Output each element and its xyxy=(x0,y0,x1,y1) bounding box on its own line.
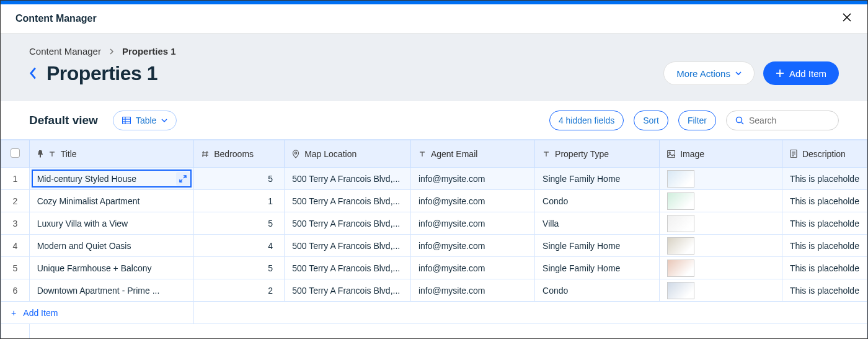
cell-map[interactable]: 500 Terry A Francois Blvd,... xyxy=(285,235,411,257)
search-box[interactable] xyxy=(726,111,839,130)
col-email-label: Agent Email xyxy=(431,149,477,159)
svg-point-22 xyxy=(669,151,670,153)
title-row: Properties 1 More Actions Add Item xyxy=(29,61,839,85)
col-bedrooms-label: Bedrooms xyxy=(214,149,254,159)
add-item-label: Add Item xyxy=(789,68,826,79)
cell-ptype[interactable]: Single Family Home xyxy=(535,168,660,190)
search-icon xyxy=(735,116,744,125)
page-subheader: Content Manager Properties 1 Properties … xyxy=(1,34,867,101)
close-icon[interactable] xyxy=(841,12,852,25)
cell-ptype[interactable]: Condo xyxy=(535,279,660,302)
hidden-fields-button[interactable]: 4 hidden fields xyxy=(549,111,624,130)
image-thumbnail xyxy=(667,215,694,232)
col-header-map[interactable]: Map Location xyxy=(285,140,411,168)
col-ptype-label: Property Type xyxy=(555,149,609,159)
cell-image[interactable] xyxy=(660,212,782,235)
cell-title[interactable]: Modern and Quiet Oasis xyxy=(29,235,194,257)
cell-image[interactable] xyxy=(660,235,782,257)
richtext-type-icon xyxy=(790,150,797,158)
cell-image[interactable] xyxy=(660,190,782,212)
cell-image[interactable] xyxy=(660,257,782,279)
select-all-header[interactable] xyxy=(1,140,30,168)
chevron-down-icon xyxy=(161,117,167,124)
cell-ptype[interactable]: Condo xyxy=(535,190,660,212)
view-mode-selector[interactable]: Table xyxy=(113,111,177,130)
cell-map[interactable]: 500 Terry A Francois Blvd,... xyxy=(285,190,411,212)
search-input[interactable] xyxy=(749,115,823,125)
col-desc-label: Description xyxy=(802,149,846,159)
cell-desc[interactable]: This is placeholde xyxy=(782,235,867,257)
cell-ptype[interactable]: Single Family Home xyxy=(535,235,660,257)
cell-map[interactable]: 500 Terry A Francois Blvd,... xyxy=(285,279,411,302)
cell-map[interactable]: 500 Terry A Francois Blvd,... xyxy=(285,168,411,190)
svg-rect-4 xyxy=(122,117,130,124)
pin-icon xyxy=(37,150,43,158)
expand-icon[interactable] xyxy=(176,172,190,186)
cell-bedrooms[interactable]: 5 xyxy=(194,257,285,279)
cell-desc[interactable]: This is placeholde xyxy=(782,257,867,279)
cell-ptype[interactable]: Single Family Home xyxy=(535,257,660,279)
add-item-row[interactable]: + Add Item xyxy=(1,302,867,324)
view-mode-label: Table xyxy=(136,115,156,125)
table-row[interactable]: 2 Cozy Minimalist Apartment 1 500 Terry … xyxy=(1,190,867,212)
sort-label: Sort xyxy=(643,115,659,125)
cell-email[interactable]: info@mysite.com xyxy=(410,168,534,190)
cell-desc[interactable]: This is placeholde xyxy=(782,168,867,190)
cell-email[interactable]: info@mysite.com xyxy=(410,212,534,235)
sort-button[interactable]: Sort xyxy=(634,111,668,130)
row-index: 5 xyxy=(1,257,30,279)
more-actions-button[interactable]: More Actions xyxy=(663,61,755,85)
cell-image[interactable] xyxy=(660,168,782,190)
svg-point-8 xyxy=(737,117,742,122)
cell-title[interactable]: Cozy Minimalist Apartment xyxy=(29,190,194,212)
cell-bedrooms[interactable]: 4 xyxy=(194,235,285,257)
cell-email[interactable]: info@mysite.com xyxy=(410,190,534,212)
cell-desc[interactable]: This is placeholde xyxy=(782,212,867,235)
cell-bedrooms[interactable]: 5 xyxy=(194,212,285,235)
table-row[interactable]: 4 Modern and Quiet Oasis 4 500 Terry A F… xyxy=(1,235,867,257)
cell-bedrooms[interactable]: 5 xyxy=(194,168,285,190)
col-map-label: Map Location xyxy=(304,149,356,159)
cell-bedrooms[interactable]: 1 xyxy=(194,190,285,212)
cell-ptype[interactable]: Villa xyxy=(535,212,660,235)
cell-desc[interactable]: This is placeholde xyxy=(782,190,867,212)
add-item-button[interactable]: Add Item xyxy=(763,61,839,85)
text-type-icon xyxy=(542,150,550,158)
cell-email[interactable]: info@mysite.com xyxy=(410,257,534,279)
select-all-checkbox[interactable] xyxy=(11,148,20,158)
cell-title[interactable]: Downtown Apartment - Prime ... xyxy=(29,279,194,302)
back-button[interactable] xyxy=(29,67,38,79)
cell-map[interactable]: 500 Terry A Francois Blvd,... xyxy=(285,257,411,279)
svg-line-9 xyxy=(742,122,743,124)
cell-title[interactable]: Unique Farmhouse + Balcony xyxy=(29,257,194,279)
col-header-image[interactable]: Image xyxy=(660,140,782,168)
table-row[interactable]: 5 Unique Farmhouse + Balcony 5 500 Terry… xyxy=(1,257,867,279)
chevron-down-icon xyxy=(735,70,742,76)
row-index: 3 xyxy=(1,212,30,235)
cell-email[interactable]: info@mysite.com xyxy=(410,235,534,257)
cell-image[interactable] xyxy=(660,279,782,302)
cell-email[interactable]: info@mysite.com xyxy=(410,279,534,302)
app-header: Content Manager xyxy=(1,4,867,34)
row-index: 6 xyxy=(1,279,30,302)
breadcrumb-root[interactable]: Content Manager xyxy=(29,46,101,56)
filter-button[interactable]: Filter xyxy=(678,111,716,130)
location-type-icon xyxy=(292,150,299,158)
col-header-title[interactable]: Title xyxy=(29,140,194,168)
table-row[interactable]: 6 Downtown Apartment - Prime ... 2 500 T… xyxy=(1,279,867,302)
cell-map[interactable]: 500 Terry A Francois Blvd,... xyxy=(285,212,411,235)
col-header-ptype[interactable]: Property Type xyxy=(535,140,660,168)
table-icon xyxy=(122,117,131,124)
col-header-desc[interactable]: Description xyxy=(782,140,867,168)
cell-title[interactable]: Luxury Villa with a View xyxy=(29,212,194,235)
col-header-email[interactable]: Agent Email xyxy=(410,140,534,168)
cell-bedrooms[interactable]: 2 xyxy=(194,279,285,302)
table-row[interactable]: 3 Luxury Villa with a View 5 500 Terry A… xyxy=(1,212,867,235)
svg-line-13 xyxy=(206,151,207,157)
cell-desc[interactable]: This is placeholde xyxy=(782,279,867,302)
view-name: Default view xyxy=(29,114,98,127)
cell-title[interactable]: Mid-century Styled House xyxy=(29,168,194,190)
table-row[interactable]: 1 Mid-century Styled House 5 500 Terry A… xyxy=(1,168,867,190)
col-header-bedrooms[interactable]: Bedrooms xyxy=(194,140,285,168)
breadcrumb-current: Properties 1 xyxy=(122,46,176,56)
